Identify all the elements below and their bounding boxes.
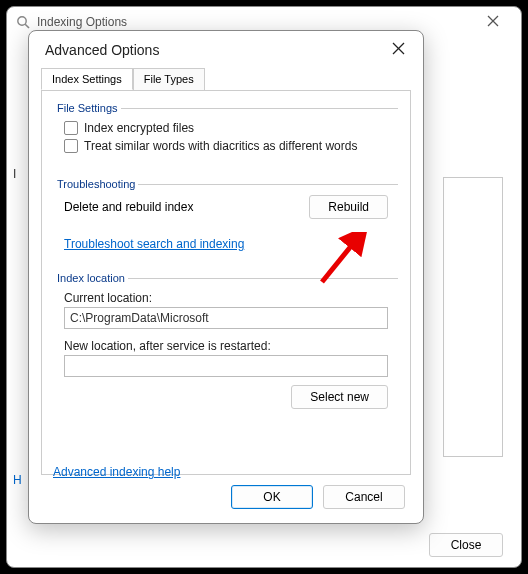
advanced-indexing-help-link[interactable]: Advanced indexing help xyxy=(53,465,180,479)
checkbox-icon[interactable] xyxy=(64,139,78,153)
checkbox-icon[interactable] xyxy=(64,121,78,135)
outer-list-panel xyxy=(443,177,503,457)
close-icon[interactable] xyxy=(386,39,411,61)
new-location-label: New location, after service is restarted… xyxy=(64,339,388,353)
index-encrypted-row[interactable]: Index encrypted files xyxy=(64,121,388,135)
tab-panel-index-settings: File Settings Index encrypted files Trea… xyxy=(41,90,411,475)
tab-index-settings[interactable]: Index Settings xyxy=(41,68,133,90)
index-location-group: Index location Current location: New loc… xyxy=(54,271,398,415)
outer-footer: Close xyxy=(429,533,503,557)
diacritics-row[interactable]: Treat similar words with diacritics as d… xyxy=(64,139,388,153)
svg-line-1 xyxy=(25,24,29,28)
tab-file-types[interactable]: File Types xyxy=(133,68,205,90)
troubleshooting-group: Troubleshooting Delete and rebuild index… xyxy=(54,177,398,257)
tabstrip: Index Settings File Types xyxy=(29,67,423,90)
ok-button[interactable]: OK xyxy=(231,485,313,509)
inner-footer: OK Cancel xyxy=(29,475,423,523)
index-encrypted-label: Index encrypted files xyxy=(84,121,194,135)
current-location-field[interactable] xyxy=(64,307,388,329)
diacritics-label: Treat similar words with diacritics as d… xyxy=(84,139,357,153)
index-location-heading: Index location xyxy=(54,272,128,284)
file-settings-group: File Settings Index encrypted files Trea… xyxy=(54,101,398,163)
outer-truncated-label: I xyxy=(13,167,16,181)
select-new-button[interactable]: Select new xyxy=(291,385,388,409)
svg-point-0 xyxy=(18,17,26,25)
outer-close-button[interactable] xyxy=(473,14,513,30)
outer-truncated-help[interactable]: H xyxy=(13,473,22,487)
cancel-button[interactable]: Cancel xyxy=(323,485,405,509)
rebuild-button[interactable]: Rebuild xyxy=(309,195,388,219)
new-location-field[interactable] xyxy=(64,355,388,377)
magnifier-icon xyxy=(15,14,31,30)
file-settings-heading: File Settings xyxy=(54,102,121,114)
inner-titlebar: Advanced Options xyxy=(29,31,423,65)
current-location-label: Current location: xyxy=(64,291,388,305)
outer-window-title: Indexing Options xyxy=(37,15,473,29)
outer-close-footer-button[interactable]: Close xyxy=(429,533,503,557)
inner-window-title: Advanced Options xyxy=(45,42,386,58)
delete-rebuild-label: Delete and rebuild index xyxy=(64,200,193,214)
troubleshooting-heading: Troubleshooting xyxy=(54,178,138,190)
troubleshoot-link[interactable]: Troubleshoot search and indexing xyxy=(64,237,244,251)
advanced-options-dialog: Advanced Options Index Settings File Typ… xyxy=(28,30,424,524)
